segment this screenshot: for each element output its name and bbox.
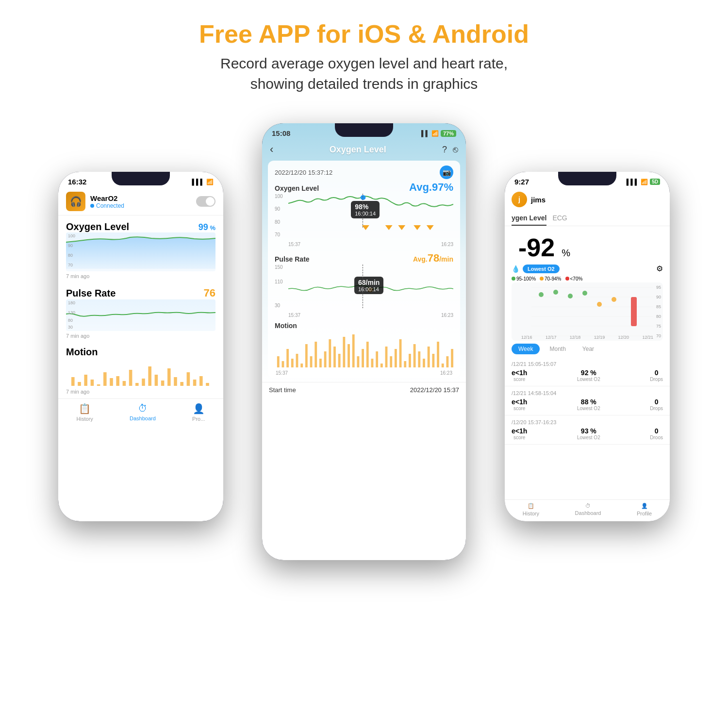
center-header: ‹ Oxygen Level ? ⎋	[262, 139, 466, 161]
svg-marker-25	[414, 225, 421, 230]
session-metrics-2: e<1h score 88 % Lowest O2 0 Drops	[512, 398, 663, 411]
dashed-line-pulse	[363, 265, 363, 308]
session-o2-2: 88 % Lowest O2	[577, 398, 600, 411]
page-header: Free APP for iOS & Android Record averag…	[199, 0, 529, 104]
session-date-2: /12/21 14:58-15:04	[512, 390, 663, 396]
phone-right: 9:27 ▌▌▌ 📶 5D j jims ygen Level ECG -92	[505, 172, 670, 521]
svg-rect-46	[357, 356, 359, 367]
oxygen-x-axis: 15:37 16:23	[288, 242, 453, 247]
scatter-chart: 959085807570 12/1612/1712/1812/1912/2012…	[512, 282, 663, 341]
month-btn[interactable]: Month	[543, 344, 572, 354]
pulse-label-center: Pulse Rate	[275, 255, 310, 263]
settings-icon-right[interactable]: ⚙	[656, 264, 663, 273]
status-dot	[90, 204, 94, 208]
o2-unit: %	[562, 248, 570, 259]
svg-rect-52	[385, 347, 388, 367]
svg-rect-49	[371, 359, 374, 367]
svg-rect-36	[310, 356, 313, 367]
svg-rect-63	[437, 342, 439, 367]
user-avatar: j	[512, 192, 527, 207]
oxygen-section-left: Oxygen Level 99 %	[58, 215, 223, 283]
legend-green-dot	[512, 277, 515, 281]
nav-profile-right[interactable]: 👤 Profile	[637, 503, 652, 516]
svg-rect-61	[428, 347, 430, 367]
big-o2-row: -92 %	[505, 226, 670, 262]
svg-rect-48	[366, 342, 369, 367]
motion-chart-left	[66, 358, 215, 387]
svg-rect-1	[78, 382, 81, 386]
session-score-1: e<1h score	[512, 369, 527, 382]
device-status: Connected	[90, 202, 124, 209]
nav-dashboard-right[interactable]: ⏱ Dashboard	[575, 503, 601, 516]
left-app-header: 🎧 WearO2 Connected	[58, 188, 223, 215]
svg-marker-22	[362, 225, 369, 230]
svg-rect-34	[300, 364, 303, 367]
time-center: 15:08	[272, 129, 290, 137]
svg-rect-55	[399, 339, 402, 367]
svg-rect-45	[352, 334, 355, 367]
session-drops-3: 0 Droos	[650, 427, 663, 440]
nav-dashboard-left[interactable]: ⏱ Dashboard	[130, 403, 156, 422]
pulse-value-left: 76	[204, 287, 215, 299]
svg-rect-65	[446, 356, 448, 367]
phone-center-notch	[335, 123, 393, 137]
svg-marker-23	[385, 225, 393, 230]
center-header-icons: ? ⎋	[442, 145, 458, 155]
svg-rect-3	[91, 380, 94, 386]
phone-center: 15:08 ▌▌ 📶 77% ‹ Oxygen Level ? ⎋	[262, 123, 466, 560]
pulse-avg-center: Avg.78/min	[413, 252, 453, 265]
svg-point-77	[597, 302, 602, 307]
share-icon-center[interactable]: ⎋	[453, 145, 458, 155]
session-item-1: /12/21 15:05-15:07 e<1h score 92 % Lowes…	[505, 357, 670, 386]
chart-time-ago-left: 7 min ago	[66, 273, 215, 279]
svg-rect-0	[71, 377, 75, 386]
svg-rect-47	[362, 349, 364, 367]
svg-rect-32	[291, 359, 294, 367]
svg-rect-62	[432, 354, 434, 367]
oxygen-avg-center: Avg.97%	[409, 181, 453, 194]
oxygen-label-left: Oxygen Level	[66, 221, 129, 232]
svg-rect-6	[110, 378, 113, 386]
nav-profile-left[interactable]: 👤 Pro...	[192, 403, 205, 422]
year-btn[interactable]: Year	[576, 344, 601, 354]
main-subtitle: Record average oxygen level and heart ra…	[199, 53, 529, 94]
svg-rect-43	[343, 337, 345, 367]
pulse-y-axis: 150 110 30	[275, 265, 288, 308]
motion-time-ago-left: 7 min ago	[66, 389, 215, 395]
camera-button[interactable]: 📷	[440, 165, 453, 179]
dashed-line-oxygen	[363, 194, 363, 228]
legend-yellow-dot	[540, 277, 544, 281]
svg-rect-79	[631, 297, 637, 326]
pulse-chart-svg-wrap: 68/min 16:00:14	[288, 265, 453, 308]
oxygen-chart-svg-wrap: 98% 16:00:14	[288, 194, 453, 237]
right-header: j jims	[505, 188, 670, 211]
username: jims	[531, 196, 546, 204]
phone-left: 16:32 ▌▌▌ 📶 🎧 WearO2 Connected	[58, 172, 223, 521]
phone-left-screen: 16:32 ▌▌▌ 📶 🎧 WearO2 Connected	[58, 172, 223, 521]
toggle-button[interactable]	[196, 196, 215, 207]
week-btn[interactable]: Week	[512, 344, 540, 354]
legend-red-dot	[565, 277, 569, 281]
history-icon-right: 📋	[528, 503, 534, 509]
svg-rect-31	[286, 349, 289, 367]
tab-ecg[interactable]: ECG	[552, 211, 567, 226]
svg-rect-53	[390, 356, 392, 367]
session-score-2: e<1h score	[512, 398, 527, 411]
svg-rect-30	[282, 361, 284, 367]
time-filter-row: Week Month Year	[505, 341, 670, 357]
tab-oxygen-level[interactable]: ygen Level	[512, 211, 546, 226]
lowest-o2-filter[interactable]: Lowest O2	[523, 265, 560, 273]
session-metrics-1: e<1h score 92 % Lowest O2 0 Drops	[512, 369, 663, 382]
help-icon-center[interactable]: ?	[442, 145, 447, 155]
nav-history-left[interactable]: 📋 History	[77, 403, 93, 422]
device-icon: 🎧	[66, 192, 85, 211]
nav-history-right[interactable]: 📋 History	[523, 503, 539, 516]
bottom-nav-left: 📋 History ⏱ Dashboard 👤 Pro...	[58, 398, 223, 428]
svg-point-76	[582, 291, 587, 296]
main-title: Free APP for iOS & Android	[199, 19, 529, 49]
back-button-center[interactable]: ‹	[270, 143, 273, 156]
session-list: /12/21 15:05-15:07 e<1h score 92 % Lowes…	[505, 357, 670, 445]
phone-left-notch	[112, 172, 170, 185]
drop-icon: 💧	[512, 265, 520, 273]
svg-rect-54	[395, 349, 397, 367]
